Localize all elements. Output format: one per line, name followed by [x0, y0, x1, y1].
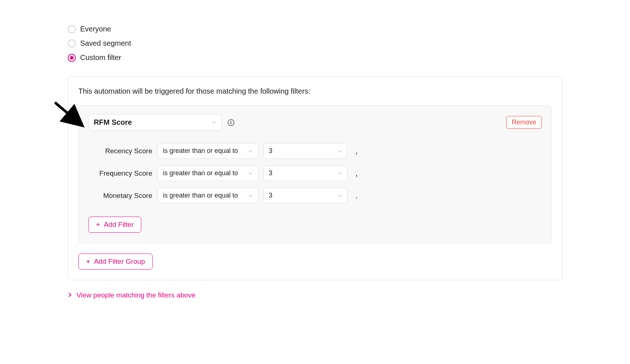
chevron-down-icon: [338, 194, 342, 198]
filter-row-label: Recency Score: [92, 147, 152, 155]
view-matching-link[interactable]: View people matching the filters above: [68, 291, 195, 299]
value-label: 3: [269, 192, 272, 199]
radio-icon: [68, 40, 76, 48]
add-filter-label: Add Filter: [104, 221, 134, 229]
row-separator: .: [353, 191, 358, 200]
radio-custom-filter[interactable]: Custom filter: [68, 50, 562, 65]
add-filter-button[interactable]: + Add Filter: [88, 217, 141, 233]
filter-group: RFM Score Remove Recency Score is greate…: [78, 105, 552, 243]
audience-radio-group: Everyone Saved segment Custom filter: [68, 22, 562, 65]
filter-row: Recency Score is greater than or equal t…: [92, 143, 542, 159]
chevron-down-icon: [338, 171, 342, 176]
radio-icon: [68, 25, 76, 33]
filter-row: Frequency Score is greater than or equal…: [92, 165, 542, 181]
radio-label: Everyone: [80, 25, 111, 33]
value-select[interactable]: 3: [263, 165, 347, 181]
svg-rect-4: [231, 122, 231, 124]
svg-point-3: [231, 120, 231, 121]
radio-everyone[interactable]: Everyone: [68, 22, 562, 36]
view-matching-label: View people matching the filters above: [77, 291, 195, 299]
chevron-down-icon: [248, 194, 253, 198]
panel-description: This automation will be triggered for th…: [78, 87, 552, 95]
filter-type-label: RFM Score: [94, 118, 132, 127]
filter-row-label: Monetary Score: [92, 192, 152, 200]
value-label: 3: [269, 147, 272, 155]
chevron-down-icon: [212, 120, 216, 125]
radio-saved-segment[interactable]: Saved segment: [68, 36, 562, 50]
operator-label: is greater than or equal to: [163, 192, 238, 199]
add-group-label: Add Filter Group: [94, 258, 145, 266]
row-separator: ,: [353, 146, 358, 156]
add-filter-group-button[interactable]: + Add Filter Group: [78, 254, 153, 270]
annotation-arrow: [51, 99, 88, 132]
plus-icon: +: [96, 221, 100, 228]
value-select[interactable]: 3: [263, 143, 347, 159]
value-label: 3: [269, 169, 272, 177]
operator-select[interactable]: is greater than or equal to: [157, 143, 258, 159]
operator-select[interactable]: is greater than or equal to: [157, 188, 258, 203]
radio-icon: [68, 54, 76, 62]
svg-line-1: [55, 102, 79, 123]
plus-icon: +: [86, 258, 90, 265]
filter-panel: This automation will be triggered for th…: [68, 76, 562, 280]
filter-row-label: Frequency Score: [92, 169, 152, 177]
filter-type-select[interactable]: RFM Score: [88, 114, 222, 131]
chevron-down-icon: [248, 149, 253, 153]
chevron-down-icon: [248, 171, 253, 176]
radio-label: Custom filter: [80, 53, 121, 62]
filter-rows: Recency Score is greater than or equal t…: [92, 143, 542, 203]
row-separator: ,: [353, 169, 358, 178]
operator-label: is greater than or equal to: [163, 169, 238, 177]
operator-select[interactable]: is greater than or equal to: [157, 165, 258, 181]
chevron-right-icon: [68, 291, 72, 299]
remove-button[interactable]: Remove: [506, 116, 542, 129]
filter-row: Monetary Score is greater than or equal …: [92, 188, 542, 203]
value-select[interactable]: 3: [263, 188, 347, 203]
info-icon[interactable]: [227, 119, 235, 127]
operator-label: is greater than or equal to: [163, 147, 238, 155]
chevron-down-icon: [338, 149, 342, 153]
radio-label: Saved segment: [80, 39, 131, 48]
